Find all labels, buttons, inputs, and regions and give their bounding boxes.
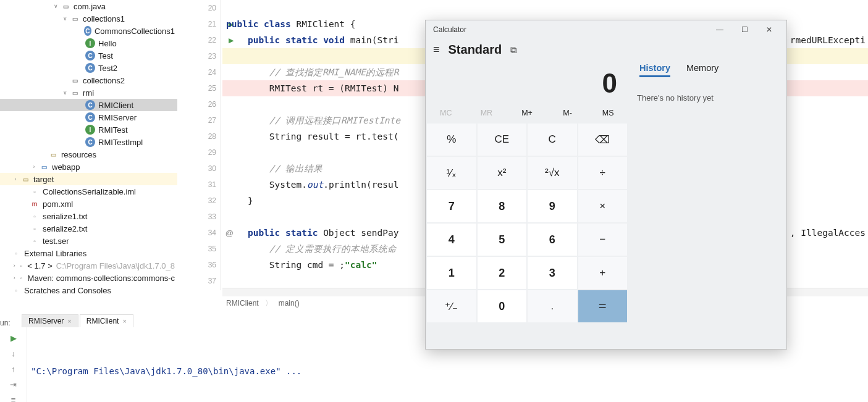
- digit-8-button[interactable]: 8: [478, 190, 527, 222]
- decimal-button[interactable]: .: [528, 290, 577, 322]
- tree-item[interactable]: CRMITestImpl: [0, 136, 177, 148]
- mplus-button[interactable]: M+: [507, 105, 547, 124]
- up-icon[interactable]: ↑: [11, 364, 15, 374]
- gutter-line[interactable]: 37: [177, 273, 220, 289]
- expand-icon[interactable]: ∨: [53, 3, 59, 9]
- tree-item[interactable]: ▫serialize2.txt: [0, 222, 177, 235]
- gutter-line[interactable]: 21▶: [177, 16, 220, 32]
- tree-item[interactable]: CTest: [0, 49, 177, 62]
- close-icon[interactable]: ✕: [757, 25, 782, 34]
- mc-button[interactable]: MC: [426, 105, 466, 124]
- gutter-line[interactable]: 35: [177, 241, 220, 257]
- expand-icon[interactable]: ›: [12, 176, 19, 182]
- digit-7-button[interactable]: 7: [427, 190, 476, 222]
- clear-entry-button[interactable]: CE: [478, 124, 527, 156]
- digit-4-button[interactable]: 4: [427, 224, 476, 256]
- digit-5-button[interactable]: 5: [478, 224, 527, 256]
- equals-button[interactable]: =: [578, 290, 628, 322]
- mminus-button[interactable]: M-: [547, 105, 588, 124]
- tree-item[interactable]: CRMIClient: [0, 99, 177, 111]
- maximize-icon[interactable]: ☐: [732, 25, 757, 34]
- digit-6-button[interactable]: 6: [528, 224, 577, 256]
- gutter-line[interactable]: 30: [177, 161, 220, 177]
- expand-icon[interactable]: ∨: [62, 90, 68, 96]
- breadcrumb[interactable]: RMIClient 〉 main(): [222, 296, 303, 310]
- gutter-line[interactable]: 25: [177, 80, 220, 96]
- code-line[interactable]: [222, 0, 868, 16]
- down-icon[interactable]: ↓: [11, 349, 15, 358]
- tree-item[interactable]: CCommonsCollections1: [0, 25, 177, 37]
- tree-item[interactable]: ▭collections2: [0, 74, 177, 86]
- project-tree[interactable]: ∨▭com.java∨▭collections1CCommonsCollecti…: [0, 0, 177, 309]
- history-tab[interactable]: History: [639, 63, 670, 77]
- sqrt-button[interactable]: ²√x: [528, 157, 577, 189]
- ms-button[interactable]: MS: [588, 105, 628, 124]
- tree-item[interactable]: ∨▭collections1: [0, 12, 177, 25]
- gutter-line[interactable]: 26: [177, 96, 220, 112]
- tree-item[interactable]: ∨▭rmi: [0, 86, 177, 99]
- tree-item[interactable]: ▫test.ser: [0, 235, 177, 247]
- close-icon[interactable]: ×: [122, 317, 126, 325]
- layout-icon[interactable]: ⇥: [10, 380, 17, 389]
- digit-0-button[interactable]: 0: [478, 290, 527, 322]
- keep-on-top-icon[interactable]: ⧉: [502, 44, 517, 56]
- expand-icon[interactable]: ›: [12, 262, 16, 269]
- clear-button[interactable]: C: [528, 124, 577, 156]
- square-button[interactable]: x²: [478, 157, 527, 189]
- multiply-button[interactable]: ×: [578, 190, 628, 222]
- gutter-line[interactable]: 24: [177, 64, 220, 80]
- expand-icon[interactable]: ∨: [62, 15, 68, 22]
- gutter-line[interactable]: 34@: [177, 225, 220, 241]
- digit-1-button[interactable]: 1: [427, 257, 476, 289]
- gutter-line[interactable]: 28: [177, 128, 220, 144]
- run-tab-rmiclient[interactable]: RMIClient×: [80, 314, 133, 327]
- tree-item[interactable]: ∨▭com.java: [0, 0, 177, 12]
- gutter-line[interactable]: 29: [177, 144, 220, 161]
- expand-icon[interactable]: ›: [12, 275, 16, 281]
- mr-button[interactable]: MR: [466, 105, 507, 124]
- digit-3-button[interactable]: 3: [528, 257, 577, 289]
- run-toolbar[interactable]: ▶ ↓ ↑ ⇥ ≡ 🖶: [0, 327, 27, 402]
- minimize-icon[interactable]: —: [707, 25, 732, 34]
- tree-item[interactable]: ›▫< 1.7 >C:\Program Files\Java\jdk1.7.0_…: [0, 259, 177, 272]
- run-tabs[interactable]: RMIServer× RMIClient×: [22, 312, 135, 327]
- gutter-line[interactable]: 27: [177, 112, 220, 128]
- digit-2-button[interactable]: 2: [478, 257, 527, 289]
- breadcrumb-method[interactable]: main(): [275, 299, 303, 308]
- tree-item[interactable]: ›▭webapp: [0, 161, 177, 173]
- gutter-line[interactable]: 36: [177, 257, 220, 273]
- negate-button[interactable]: ⁺⁄₋: [427, 290, 476, 322]
- hamburger-icon[interactable]: ≡: [433, 43, 449, 56]
- rerun-icon[interactable]: ▶: [11, 333, 17, 343]
- tree-item[interactable]: ›▭target: [0, 173, 177, 185]
- close-icon[interactable]: ×: [67, 317, 71, 325]
- minus-button[interactable]: −: [578, 224, 628, 256]
- gutter-line[interactable]: 33: [177, 209, 220, 225]
- tree-item[interactable]: CRMIServer: [0, 111, 177, 124]
- calculator-window[interactable]: Calculator — ☐ ✕ ≡ Standard ⧉ 0 MC MR M+…: [425, 20, 787, 350]
- gutter-line[interactable]: 20: [177, 0, 220, 16]
- filter-icon[interactable]: ≡: [11, 395, 16, 402]
- gutter-line[interactable]: 22▶: [177, 32, 220, 48]
- tree-item[interactable]: ▭resources: [0, 148, 177, 161]
- tree-item[interactable]: mpom.xml: [0, 198, 177, 210]
- run-tab-rmiserver[interactable]: RMIServer×: [22, 314, 78, 327]
- tree-item[interactable]: ▫serialize1.txt: [0, 210, 177, 222]
- backspace-button[interactable]: ⌫: [578, 124, 628, 156]
- divide-button[interactable]: ÷: [578, 157, 628, 189]
- gutter-line[interactable]: 23: [177, 48, 220, 64]
- percent-button[interactable]: %: [427, 124, 476, 156]
- tree-item[interactable]: ▫External Libraries: [0, 247, 177, 259]
- reciprocal-button[interactable]: ¹⁄ₓ: [427, 157, 476, 189]
- tree-item[interactable]: IRMITest: [0, 124, 177, 136]
- tree-item[interactable]: CTest2: [0, 62, 177, 74]
- breadcrumb-class[interactable]: RMIClient: [222, 299, 263, 308]
- digit-9-button[interactable]: 9: [528, 190, 577, 222]
- memory-tab[interactable]: Memory: [686, 63, 718, 77]
- tree-item[interactable]: IHello: [0, 37, 177, 49]
- tree-item[interactable]: ›▫Maven: commons-collections:commons-c: [0, 272, 177, 284]
- gutter-line[interactable]: 32: [177, 193, 220, 209]
- tree-item[interactable]: ▫Scratches and Consoles: [0, 284, 177, 296]
- expand-icon[interactable]: ›: [31, 164, 37, 170]
- tree-item[interactable]: ▫CollectionsSerializable.iml: [0, 185, 177, 198]
